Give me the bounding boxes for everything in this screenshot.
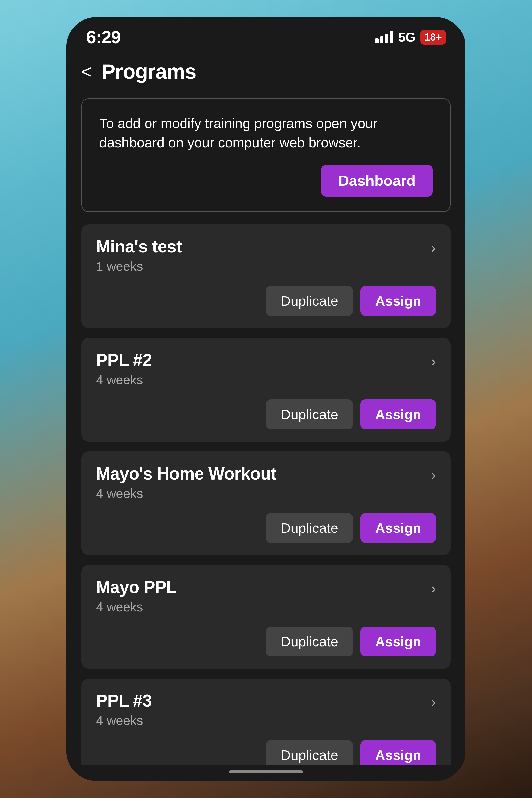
status-bar: 6:29 5G 18+	[66, 17, 466, 52]
program-name-mayo-ppl: Mayo PPL	[96, 577, 176, 597]
assign-button-ppl-2[interactable]: Assign	[360, 399, 436, 429]
info-card-footer: Dashboard	[99, 165, 433, 196]
program-header-ppl-3: PPL #3 ›	[96, 691, 436, 710]
duplicate-button-mayo-ppl[interactable]: Duplicate	[266, 627, 353, 657]
program-card-ppl-3: PPL #3 › 4 weeks Duplicate Assign	[81, 679, 451, 765]
signal-icon	[375, 31, 393, 43]
status-icons: 5G 18+	[375, 30, 446, 44]
chevron-right-icon-ppl-3[interactable]: ›	[431, 693, 436, 710]
home-bar	[229, 771, 303, 773]
program-actions-mayo-ppl: Duplicate Assign	[96, 627, 436, 657]
program-actions-mayos-home-workout: Duplicate Assign	[96, 513, 436, 543]
program-header-mayos-home-workout: Mayo's Home Workout ›	[96, 464, 436, 483]
program-list: Mina's test › 1 weeks Duplicate Assign P…	[81, 224, 451, 765]
program-duration-mayo-ppl: 4 weeks	[96, 600, 436, 614]
program-name-ppl-2: PPL #2	[96, 350, 152, 370]
info-card: To add or modify training programs open …	[81, 98, 451, 212]
back-button[interactable]: <	[81, 61, 92, 82]
program-header-minas-test: Mina's test ›	[96, 237, 436, 256]
duplicate-button-ppl-2[interactable]: Duplicate	[266, 399, 353, 429]
chevron-right-icon-mayo-ppl[interactable]: ›	[431, 580, 436, 597]
program-card-minas-test: Mina's test › 1 weeks Duplicate Assign	[81, 224, 451, 328]
assign-button-mayo-ppl[interactable]: Assign	[360, 627, 436, 657]
content-area: To add or modify training programs open …	[66, 93, 466, 765]
home-indicator	[66, 765, 466, 781]
duplicate-button-ppl-3[interactable]: Duplicate	[266, 740, 353, 765]
network-label: 5G	[398, 30, 415, 44]
program-name-minas-test: Mina's test	[96, 237, 182, 256]
chevron-right-icon-mayos-home-workout[interactable]: ›	[431, 466, 436, 483]
status-time: 6:29	[86, 27, 121, 47]
header: < Programs	[66, 52, 466, 93]
program-name-mayos-home-workout: Mayo's Home Workout	[96, 464, 276, 483]
chevron-right-icon-ppl-2[interactable]: ›	[431, 353, 436, 370]
assign-button-mayos-home-workout[interactable]: Assign	[360, 513, 436, 543]
program-header-mayo-ppl: Mayo PPL ›	[96, 577, 436, 597]
program-actions-minas-test: Duplicate Assign	[96, 286, 436, 316]
battery-icon: 18+	[420, 30, 446, 44]
page-title: Programs	[101, 60, 196, 83]
program-duration-minas-test: 1 weeks	[96, 259, 436, 274]
program-duration-ppl-2: 4 weeks	[96, 373, 436, 387]
duplicate-button-mayos-home-workout[interactable]: Duplicate	[266, 513, 353, 543]
program-actions-ppl-2: Duplicate Assign	[96, 399, 436, 429]
assign-button-minas-test[interactable]: Assign	[360, 286, 436, 316]
program-header-ppl-2: PPL #2 ›	[96, 350, 436, 370]
program-duration-mayos-home-workout: 4 weeks	[96, 486, 436, 501]
phone-frame: 6:29 5G 18+ < Programs To add or modify …	[66, 17, 466, 781]
duplicate-button-minas-test[interactable]: Duplicate	[266, 286, 353, 316]
chevron-right-icon-minas-test[interactable]: ›	[431, 239, 436, 256]
program-card-mayo-ppl: Mayo PPL › 4 weeks Duplicate Assign	[81, 565, 451, 669]
program-duration-ppl-3: 4 weeks	[96, 713, 436, 728]
program-card-mayos-home-workout: Mayo's Home Workout › 4 weeks Duplicate …	[81, 452, 451, 555]
program-card-ppl-2: PPL #2 › 4 weeks Duplicate Assign	[81, 338, 451, 442]
assign-button-ppl-3[interactable]: Assign	[360, 740, 436, 765]
program-name-ppl-3: PPL #3	[96, 691, 152, 710]
dashboard-button[interactable]: Dashboard	[321, 165, 433, 196]
info-text: To add or modify training programs open …	[99, 114, 433, 152]
program-actions-ppl-3: Duplicate Assign	[96, 740, 436, 765]
